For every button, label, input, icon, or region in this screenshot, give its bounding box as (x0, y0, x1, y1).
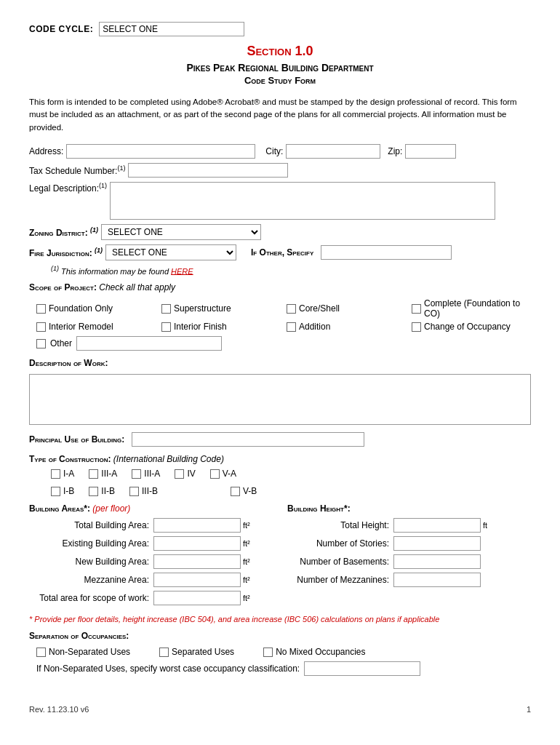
legal-desc-textarea[interactable] (110, 182, 495, 220)
type-grid: I-A III-A III-A IV V-A (51, 469, 531, 479)
area-row-total: Total Building Area: ft² (29, 518, 273, 533)
areas-height-section: Building Areas*: (per floor) Total Build… (29, 503, 531, 609)
sep-check-row: Non-Separated Uses Separated Uses No Mix… (36, 647, 531, 657)
type-label-ia: I-A (63, 469, 74, 479)
scope-item-interior-finish: Interior Finish (161, 322, 281, 332)
principal-use-input[interactable] (132, 432, 364, 447)
code-cycle-row: CODE CYCLE: (29, 22, 531, 36)
type-label-va: V-A (223, 469, 236, 479)
type-item-iiia-first: III-A (89, 469, 117, 479)
type-checkbox-iiia-first[interactable] (89, 469, 98, 479)
area-input-new[interactable] (153, 554, 241, 569)
footer-page: 1 (527, 705, 531, 714)
scope-label-coreshell: Core/Shell (299, 303, 340, 314)
zip-label: Zip: (388, 146, 402, 156)
height-label-total: Total Height: (287, 520, 389, 530)
height-input-basements[interactable] (393, 554, 481, 569)
area-label-mezzanine: Mezzanine Area: (29, 575, 149, 585)
scope-label-complete: Complete (Foundation to CO) (424, 298, 531, 319)
scope-other-input[interactable] (76, 336, 222, 351)
area-input-mezzanine[interactable] (153, 573, 241, 587)
type-label-vb: V-B (243, 486, 257, 496)
areas-heading: Building Areas*: (per floor) (29, 503, 273, 514)
type-checkbox-ia[interactable] (51, 469, 60, 479)
sep-checkbox-non-separated[interactable] (36, 648, 46, 657)
sep-checkbox-separated[interactable] (159, 648, 169, 657)
scope-item-coreshell: Core/Shell (287, 298, 406, 319)
city-input[interactable] (286, 144, 380, 159)
height-heading: Building Height*: (287, 503, 531, 514)
scope-item-foundation: Foundation Only (36, 298, 156, 319)
description-heading: Description of Work: (29, 358, 531, 368)
sep-checkbox-no-mixed[interactable] (263, 648, 273, 657)
scope-checkbox-superstructure[interactable] (161, 304, 171, 314)
area-unit-new: ft² (243, 557, 250, 566)
scope-checkbox-foundation[interactable] (36, 304, 46, 314)
other-row: Other (36, 336, 531, 351)
scope-checkbox-change-occupancy[interactable] (412, 322, 421, 332)
area-label-new: New Building Area: (29, 557, 149, 567)
area-input-existing[interactable] (153, 536, 241, 551)
zip-input[interactable] (405, 144, 456, 159)
height-unit-total: ft (483, 521, 487, 530)
scope-item-change-occupancy: Change of Occupancy (412, 322, 531, 332)
scope-checkbox-other[interactable] (36, 339, 46, 348)
type-checkbox-iv[interactable] (175, 469, 184, 479)
worst-case-input[interactable] (304, 661, 420, 676)
tax-input[interactable] (128, 163, 288, 178)
address-input[interactable] (66, 144, 255, 159)
area-input-total[interactable] (153, 518, 241, 533)
scope-label-foundation: Foundation Only (49, 303, 113, 314)
footnote-text: This information may be found (59, 266, 171, 275)
scope-label-interior-finish: Interior Finish (174, 322, 227, 332)
code-cycle-input[interactable] (99, 22, 244, 36)
address-row: Address: City: Zip: (29, 144, 531, 159)
scope-checkbox-complete[interactable] (412, 304, 421, 314)
type-item-vb: V-B (231, 486, 257, 496)
height-input-mezzanines[interactable] (393, 573, 481, 587)
area-label-existing: Existing Building Area: (29, 538, 149, 549)
scope-checkbox-addition[interactable] (287, 322, 296, 332)
footnote-link[interactable]: HERE (171, 266, 193, 275)
footnote: (1) This information may be found HERE (51, 265, 531, 276)
sep-item-non-separated: Non-Separated Uses (36, 647, 130, 657)
tax-row: Tax Schedule Number:(1) (29, 163, 531, 178)
zoning-row: Zoning District: (1) SELECT ONE (29, 224, 531, 240)
fire-select[interactable]: SELECT ONE (105, 244, 236, 260)
height-input-total[interactable] (393, 518, 481, 533)
area-row-existing: Existing Building Area: ft² (29, 536, 273, 551)
type-checkbox-va[interactable] (210, 469, 220, 479)
height-label-basements: Number of Basements: (287, 557, 389, 567)
type-item-iiia: III-A (132, 469, 160, 479)
area-input-scope[interactable] (153, 591, 241, 605)
type-label-iib: II-B (101, 486, 115, 496)
area-unit-existing: ft² (243, 539, 250, 548)
type-label-iv: IV (187, 469, 195, 479)
height-col: Building Height*: Total Height: ft Numbe… (287, 503, 531, 609)
fire-other-input[interactable] (321, 245, 452, 260)
areas-sub: (per floor) (92, 503, 130, 514)
type-checkbox-iiia[interactable] (132, 469, 141, 479)
type-item-ib: I-B (51, 486, 74, 496)
type-item-va: V-A (210, 469, 236, 479)
scope-checkbox-coreshell[interactable] (287, 304, 296, 314)
description-textarea[interactable] (29, 374, 531, 425)
areas-col: Building Areas*: (per floor) Total Build… (29, 503, 273, 609)
area-row-scope: Total area for scope of work: ft² (29, 591, 273, 605)
scope-checkbox-interior-remodel[interactable] (36, 322, 46, 332)
area-unit-mezzanine: ft² (243, 575, 250, 584)
scope-check-grid: Foundation Only Superstructure Core/Shel… (36, 298, 531, 332)
type-checkbox-vb[interactable] (231, 487, 240, 496)
sep-label-non-separated: Non-Separated Uses (49, 647, 130, 657)
construction-label: Type of Construction: (International Bui… (29, 454, 531, 464)
type-checkbox-iiib[interactable] (129, 487, 139, 496)
type-label-iiia-first: III-A (101, 469, 117, 479)
sep-item-no-mixed: No Mixed Occupancies (263, 647, 365, 657)
type-checkbox-ib[interactable] (51, 487, 60, 496)
type-item-iv: IV (175, 469, 195, 479)
zoning-select[interactable]: SELECT ONE (101, 224, 261, 240)
height-input-stories[interactable] (393, 536, 481, 551)
intro-text: This form is intended to be completed us… (29, 96, 531, 134)
scope-checkbox-interior-finish[interactable] (161, 322, 171, 332)
type-checkbox-iib[interactable] (89, 487, 98, 496)
